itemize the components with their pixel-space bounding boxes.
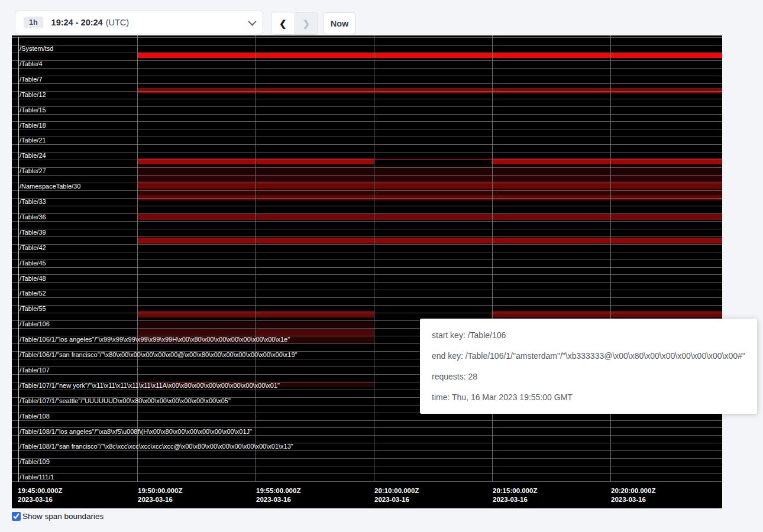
time-nav-group: ❮ ❯ (271, 12, 318, 35)
hot-band (492, 311, 722, 317)
h-gridline (12, 53, 722, 53)
tooltip-requests: requests: 28 (432, 372, 745, 381)
h-gridline (12, 60, 722, 61)
row-label: /Table/106 (20, 320, 50, 328)
row-label: /Table/52 (20, 290, 46, 297)
chevron-right-icon: ❯ (302, 18, 310, 29)
hot-band (137, 238, 722, 244)
row-label: /Table/111/1 (20, 473, 54, 481)
tooltip-time: time: Thu, 16 Mar 2023 19:55:00 GMT (432, 392, 745, 402)
h-gridline (12, 99, 722, 99)
show-span-boundaries-checkbox[interactable] (12, 512, 21, 521)
show-span-boundaries-label: Show span boundaries (22, 512, 104, 521)
h-gridline (12, 313, 722, 313)
row-label: /Table/108/1/"los angeles"/"\xa8\xf5\u00… (20, 428, 252, 436)
h-gridline (12, 175, 722, 176)
x-tick-date: 2023-03-16 (374, 495, 419, 504)
h-gridline (12, 267, 722, 268)
v-gridline (137, 35, 138, 481)
row-label: /Table/107/1/"seattle"/"UUUUUUD\x00\x80\… (20, 397, 231, 405)
v-gridline (374, 35, 374, 481)
row-label: /Table/109 (20, 458, 50, 466)
row-label: /Table/36 (20, 213, 46, 221)
hot-band (137, 214, 722, 220)
row-label: /Table/48 (20, 275, 46, 283)
h-gridline (12, 458, 722, 459)
row-label: /Table/7 (20, 76, 43, 83)
row-label: /Table/108/1/"san francisco"/"\x8c\xcc\x… (20, 443, 293, 450)
x-tick-date: 2023-03-16 (611, 495, 655, 504)
x-tick-time: 19:45:00.000Z (18, 486, 62, 495)
time-range-selector[interactable]: 1h 19:24 - 20:24 (UTC) (15, 11, 263, 34)
v-gridline (610, 35, 611, 481)
h-gridline (12, 190, 722, 191)
span-tooltip: start key: /Table/106 end key: /Table/10… (420, 319, 757, 414)
x-tick: 20:20:00.000Z2023-03-16 (611, 486, 655, 504)
x-tick-time: 19:50:00.000Z (138, 486, 182, 495)
h-gridline (12, 121, 722, 122)
hot-band (256, 329, 374, 336)
row-label: /Table/42 (20, 244, 46, 252)
time-range-label: 19:24 - 20:24 (51, 18, 103, 27)
x-tick: 20:15:00.000Z2023-03-16 (493, 486, 537, 504)
x-tick: 19:45:00.000Z2023-03-16 (18, 486, 62, 504)
h-gridline (12, 420, 722, 421)
x-tick-time: 20:10:00.000Z (374, 486, 419, 495)
h-gridline (12, 450, 722, 451)
left-boundary-line (18, 37, 19, 482)
h-gridline (12, 274, 722, 275)
v-gridline (256, 35, 256, 481)
x-tick-time: 19:55:00.000Z (256, 486, 300, 495)
v-gridline (492, 35, 493, 481)
row-label: /Table/27 (20, 167, 46, 175)
h-gridline (12, 481, 722, 482)
row-label: /Table/39 (20, 229, 46, 236)
row-label: /Table/12 (20, 91, 46, 99)
hot-band (137, 329, 256, 336)
h-gridline (12, 435, 722, 436)
x-tick-date: 2023-03-16 (138, 495, 182, 504)
h-gridline (12, 68, 722, 69)
h-gridline (12, 198, 722, 199)
h-gridline (12, 252, 722, 252)
h-gridline (12, 37, 722, 38)
h-gridline (12, 221, 722, 222)
x-tick-date: 2023-03-16 (493, 495, 537, 504)
row-label: /NamespaceTable/30 (20, 183, 80, 190)
prev-time-button[interactable]: ❮ (271, 12, 295, 34)
h-gridline (12, 137, 722, 137)
row-label: /Table/21 (20, 137, 46, 144)
h-gridline (12, 244, 722, 245)
x-tick: 20:10:00.000Z2023-03-16 (374, 486, 419, 504)
row-label: /Table/33 (20, 198, 46, 206)
x-tick-date: 2023-03-16 (18, 495, 62, 504)
h-gridline (12, 152, 722, 153)
h-gridline (12, 129, 722, 129)
row-label: /Table/108 (20, 413, 50, 420)
x-tick-date: 2023-03-16 (256, 495, 300, 504)
row-label: /Table/55 (20, 305, 46, 313)
h-gridline (12, 466, 722, 466)
h-gridline (12, 106, 722, 107)
h-gridline (12, 45, 722, 46)
row-label: /Table/15 (20, 106, 46, 114)
h-gridline (12, 229, 722, 229)
row-label: /Table/107 (20, 366, 50, 374)
heatmap[interactable]: /System/tsd/Table/4/Table/7/Table/12/Tab… (12, 35, 722, 508)
row-label: /Table/4 (20, 60, 43, 68)
row-label: /Table/106/1/"los angeles"/"\x99\x99\x99… (20, 336, 290, 343)
chevron-down-icon (248, 18, 256, 26)
h-gridline (12, 114, 722, 115)
now-button[interactable]: Now (323, 12, 356, 34)
h-gridline (12, 183, 722, 183)
h-gridline (12, 236, 722, 237)
h-gridline (12, 297, 722, 298)
x-tick: 19:50:00.000Z2023-03-16 (138, 486, 182, 504)
next-time-button-disabled[interactable]: ❯ (295, 12, 318, 34)
h-gridline (12, 91, 722, 92)
row-label: /Table/24 (20, 152, 46, 160)
tooltip-end-key: end key: /Table/106/1/"amsterdam"/"\xb33… (432, 351, 745, 361)
h-gridline (12, 167, 722, 168)
row-label: /System/tsd (20, 45, 53, 53)
h-gridline (12, 282, 722, 283)
